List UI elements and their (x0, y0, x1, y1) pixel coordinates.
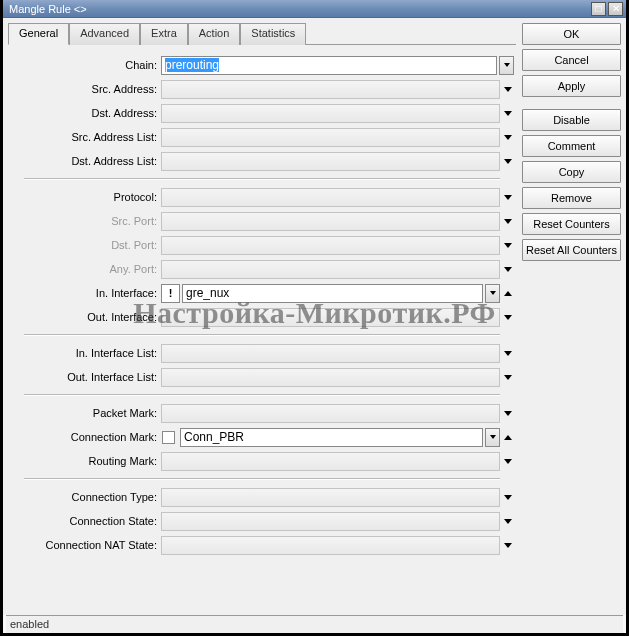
row-dst-address: Dst. Address: (8, 101, 514, 125)
separator (8, 389, 514, 401)
row-src-address-list: Src. Address List: (8, 125, 514, 149)
row-dst-port: Dst. Port: (8, 233, 514, 257)
label-connection-type: Connection Type: (8, 491, 161, 503)
form-area: Chain: prerouting Src. Address: Dst. Add… (8, 45, 516, 615)
main-panel: General Advanced Extra Action Statistics… (8, 23, 516, 615)
row-in-interface: In. Interface: ! gre_nux (8, 281, 514, 305)
tab-statistics[interactable]: Statistics (240, 23, 306, 45)
expand-out-interface[interactable] (502, 308, 514, 327)
label-dst-address: Dst. Address: (8, 107, 161, 119)
row-in-interface-list: In. Interface List: (8, 341, 514, 365)
expand-src-port[interactable] (502, 212, 514, 231)
label-out-interface-list: Out. Interface List: (8, 371, 161, 383)
expand-dst-address-list[interactable] (502, 152, 514, 171)
row-out-interface-list: Out. Interface List: (8, 365, 514, 389)
slot-src-address (161, 80, 500, 99)
slot-any-port (161, 260, 500, 279)
expand-packet-mark[interactable] (502, 404, 514, 423)
row-routing-mark: Routing Mark: (8, 449, 514, 473)
minimize-button[interactable]: □ (591, 2, 606, 16)
tab-general[interactable]: General (8, 23, 69, 45)
collapse-in-interface[interactable] (502, 284, 514, 303)
expand-dst-port[interactable] (502, 236, 514, 255)
tab-action[interactable]: Action (188, 23, 241, 45)
cancel-button[interactable]: Cancel (522, 49, 621, 71)
label-in-interface: In. Interface: (8, 287, 161, 299)
slot-dst-address-list (161, 152, 500, 171)
field-chain[interactable]: prerouting (161, 56, 497, 75)
close-button[interactable]: ✕ (608, 2, 623, 16)
action-sidebar: OK Cancel Apply Disable Comment Copy Rem… (516, 23, 621, 615)
content-area: General Advanced Extra Action Statistics… (3, 18, 626, 615)
copy-button[interactable]: Copy (522, 161, 621, 183)
expand-connection-type[interactable] (502, 488, 514, 507)
separator (8, 473, 514, 485)
dropdown-in-interface[interactable] (485, 284, 500, 303)
row-packet-mark: Packet Mark: (8, 401, 514, 425)
not-in-interface[interactable]: ! (161, 284, 180, 303)
field-connection-mark[interactable]: Conn_PBR (180, 428, 483, 447)
window-controls: □ ✕ (591, 2, 623, 16)
row-connection-state: Connection State: (8, 509, 514, 533)
slot-out-interface (161, 308, 500, 327)
apply-button[interactable]: Apply (522, 75, 621, 97)
label-dst-port: Dst. Port: (8, 239, 161, 251)
row-src-port: Src. Port: (8, 209, 514, 233)
label-src-address-list: Src. Address List: (8, 131, 161, 143)
collapse-connection-mark[interactable] (502, 428, 514, 447)
expand-any-port[interactable] (502, 260, 514, 279)
expand-dst-address[interactable] (502, 104, 514, 123)
slot-src-address-list (161, 128, 500, 147)
slot-packet-mark (161, 404, 500, 423)
ok-button[interactable]: OK (522, 23, 621, 45)
row-any-port: Any. Port: (8, 257, 514, 281)
row-chain: Chain: prerouting (8, 53, 514, 77)
tab-strip: General Advanced Extra Action Statistics (8, 23, 516, 45)
dropdown-connection-mark[interactable] (485, 428, 500, 447)
row-protocol: Protocol: (8, 185, 514, 209)
check-connection-mark[interactable] (162, 431, 175, 444)
separator (8, 329, 514, 341)
label-connection-mark: Connection Mark: (8, 431, 161, 443)
label-out-interface: Out. Interface: (8, 311, 161, 323)
expand-connection-state[interactable] (502, 512, 514, 531)
status-bar: enabled (6, 615, 623, 633)
row-out-interface: Out. Interface: (8, 305, 514, 329)
remove-button[interactable]: Remove (522, 187, 621, 209)
expand-in-interface-list[interactable] (502, 344, 514, 363)
row-src-address: Src. Address: (8, 77, 514, 101)
slot-in-interface-list (161, 344, 500, 363)
label-any-port: Any. Port: (8, 263, 161, 275)
label-protocol: Protocol: (8, 191, 161, 203)
slot-protocol (161, 188, 500, 207)
expand-connection-nat-state[interactable] (502, 536, 514, 555)
slot-dst-port (161, 236, 500, 255)
slot-routing-mark (161, 452, 500, 471)
reset-counters-button[interactable]: Reset Counters (522, 213, 621, 235)
expand-routing-mark[interactable] (502, 452, 514, 471)
slot-connection-type (161, 488, 500, 507)
expand-protocol[interactable] (502, 188, 514, 207)
slot-dst-address (161, 104, 500, 123)
slot-out-interface-list (161, 368, 500, 387)
comment-button[interactable]: Comment (522, 135, 621, 157)
tab-extra[interactable]: Extra (140, 23, 188, 45)
tab-advanced[interactable]: Advanced (69, 23, 140, 45)
separator (8, 173, 514, 185)
expand-src-address-list[interactable] (502, 128, 514, 147)
row-connection-mark: Connection Mark: Conn_PBR (8, 425, 514, 449)
field-in-interface[interactable]: gre_nux (182, 284, 483, 303)
label-in-interface-list: In. Interface List: (8, 347, 161, 359)
label-chain: Chain: (8, 59, 161, 71)
slot-src-port (161, 212, 500, 231)
expand-out-interface-list[interactable] (502, 368, 514, 387)
disable-button[interactable]: Disable (522, 109, 621, 131)
label-dst-address-list: Dst. Address List: (8, 155, 161, 167)
reset-all-counters-button[interactable]: Reset All Counters (522, 239, 621, 261)
label-src-port: Src. Port: (8, 215, 161, 227)
status-text: enabled (10, 618, 49, 630)
expand-src-address[interactable] (502, 80, 514, 99)
label-packet-mark: Packet Mark: (8, 407, 161, 419)
dropdown-chain[interactable] (499, 56, 514, 75)
window-titlebar: Mangle Rule <> □ ✕ (3, 0, 626, 18)
